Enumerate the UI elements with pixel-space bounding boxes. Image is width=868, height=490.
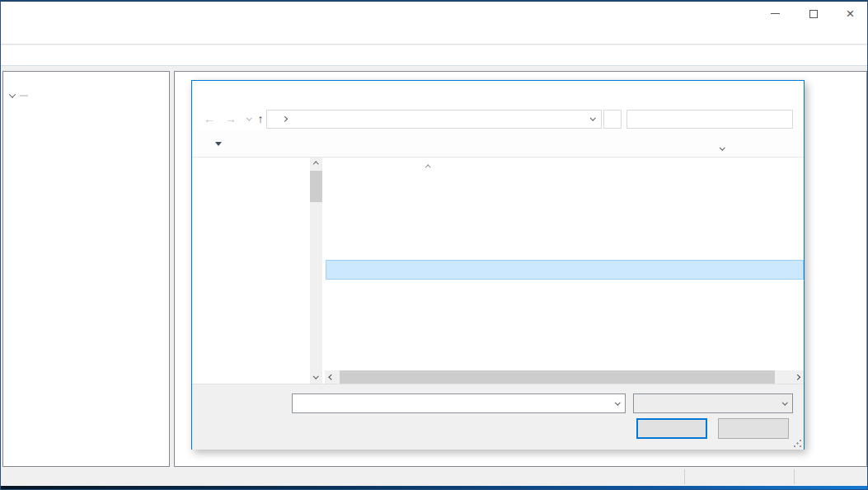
- chevron-down-icon: [215, 142, 222, 146]
- combo-dropdown-icon[interactable]: [610, 402, 625, 406]
- scroll-down-button[interactable]: [310, 370, 322, 384]
- scroll-right-button[interactable]: [791, 370, 804, 384]
- toolbar: [1, 45, 867, 66]
- dialog-close-button[interactable]: [779, 82, 802, 106]
- dialog-footer: [192, 384, 804, 450]
- maximize-icon: [809, 10, 818, 18]
- combo-dropdown-icon[interactable]: [777, 402, 792, 406]
- file-name-input[interactable]: [292, 393, 626, 413]
- maximize-button[interactable]: [795, 2, 832, 26]
- file-type-select[interactable]: [633, 393, 793, 413]
- file-row-selected[interactable]: [326, 260, 804, 280]
- breadcrumb[interactable]: [266, 110, 602, 129]
- minimize-button[interactable]: [757, 2, 794, 26]
- sidebar-scrollbar[interactable]: [310, 158, 322, 384]
- taskbar-edge: [1, 486, 867, 490]
- nav-forward-button[interactable]: →: [222, 110, 240, 128]
- command-bar: [192, 130, 804, 158]
- address-dropdown-icon[interactable]: [590, 115, 595, 120]
- scroll-up-button[interactable]: [310, 158, 322, 171]
- sort-ascending-icon[interactable]: [426, 160, 430, 172]
- horizontal-scrollbar[interactable]: [325, 370, 804, 384]
- address-bar: ← → ↑: [192, 107, 804, 130]
- menu-bar: [1, 26, 867, 45]
- dialog-titlebar: [192, 81, 804, 107]
- scroll-left-button[interactable]: [325, 370, 338, 384]
- chevron-right-icon: [282, 116, 287, 121]
- scrollbar-thumb[interactable]: [310, 171, 322, 202]
- organize-button[interactable]: [210, 130, 222, 157]
- open-request-file-dialog: ← → ↑: [191, 80, 805, 450]
- refresh-button[interactable]: [603, 110, 622, 129]
- statusbar-divider: [684, 469, 685, 484]
- console-tree-panel: [2, 71, 170, 467]
- search-box[interactable]: [626, 110, 793, 129]
- chevron-down-icon[interactable]: [9, 91, 16, 97]
- file-name-label: [217, 393, 288, 413]
- scrollbar-thumb[interactable]: [340, 370, 775, 384]
- tree-item-internal-ca[interactable]: [10, 88, 28, 103]
- open-button[interactable]: [636, 418, 707, 439]
- dialog-content: [192, 158, 804, 384]
- nav-back-button[interactable]: ←: [200, 110, 218, 128]
- close-button[interactable]: ×: [832, 2, 868, 26]
- statusbar-divider: [794, 469, 795, 484]
- app-window: × ← →: [0, 0, 868, 490]
- resize-grip[interactable]: [794, 440, 801, 447]
- view-mode-dropdown[interactable]: [720, 141, 725, 153]
- cancel-button[interactable]: [718, 418, 789, 439]
- minimize-icon: [771, 13, 780, 14]
- close-icon: ×: [847, 6, 855, 22]
- tree-item-certification-authority[interactable]: [7, 73, 10, 88]
- titlebar: ×: [1, 2, 867, 26]
